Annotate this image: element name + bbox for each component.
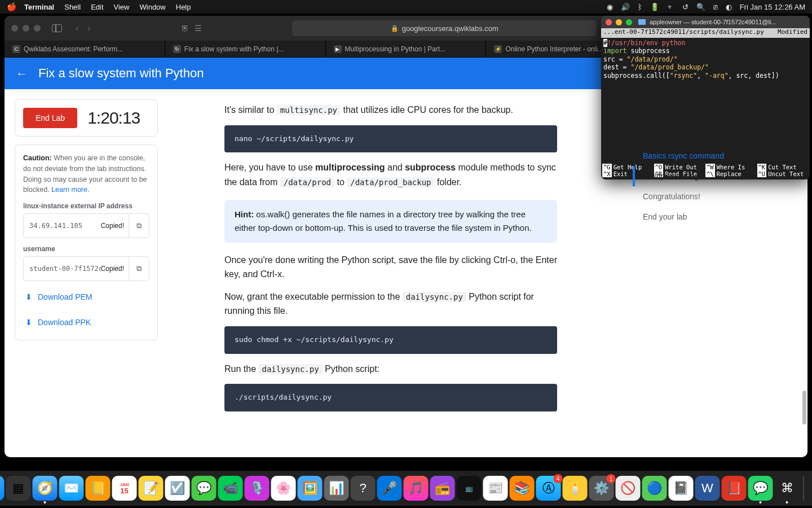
apple-menu-icon[interactable]: 🍎 <box>7 2 16 11</box>
battery-icon[interactable]: 🔋 <box>650 3 659 11</box>
dock-contacts[interactable]: 📒 <box>86 476 111 501</box>
dock-safari[interactable]: 🧭 <box>33 476 58 501</box>
forward-button[interactable]: › <box>87 23 90 33</box>
dock-whatsapp[interactable]: 💬 <box>748 476 773 501</box>
spotlight-icon[interactable]: 🔍 <box>696 3 705 11</box>
badge: 4 <box>554 474 563 483</box>
timemachine-icon[interactable]: ↺ <box>682 3 689 11</box>
copy-button[interactable]: ⧉ <box>129 257 149 281</box>
dock-music[interactable]: 🎵 <box>404 476 429 501</box>
scrollbar[interactable] <box>802 391 806 424</box>
volume-icon[interactable]: 🔊 <box>621 3 630 11</box>
folder-icon <box>638 19 646 25</box>
dock-appstore[interactable]: Ⓐ4 <box>536 476 561 501</box>
reader-icon[interactable]: ☰ <box>195 24 202 33</box>
dock-notes[interactable]: 📝 <box>139 476 164 501</box>
hint-box: Hint: os.walk() generates the file names… <box>224 200 557 243</box>
sidebar-toggle-icon[interactable] <box>52 24 62 32</box>
dock-photos[interactable]: 🌸 <box>271 476 296 501</box>
menu-help[interactable]: Help <box>176 3 191 11</box>
ip-value: 34.69.141.105 <box>24 221 101 231</box>
tab-fix-slow[interactable]: ↻Fix a slow system with Python |... <box>165 41 326 57</box>
learn-more-link[interactable]: Learn more. <box>51 186 89 194</box>
nav-item-end[interactable]: End your lab <box>633 207 796 227</box>
dock-app3[interactable]: 🔵 <box>642 476 667 501</box>
dock-onenote[interactable]: 📓 <box>669 476 694 501</box>
code-text: subprocess.call([ <box>603 72 670 80</box>
nav-item-multiprocessing[interactable]: Multiprocessing <box>633 166 796 186</box>
address-bar[interactable]: 🔒 googlecoursera.qwiklabs.com <box>292 20 597 36</box>
dock-app1[interactable]: 🕯️ <box>563 476 588 501</box>
menu-shell[interactable]: Shell <box>64 3 81 11</box>
copy-button[interactable]: ⧉ <box>129 214 149 238</box>
dock-preview[interactable]: 🖼️ <box>298 476 323 501</box>
dock-numbers[interactable]: 📊 <box>324 476 349 501</box>
dock-tv[interactable]: 📺 <box>457 476 482 501</box>
dock-help[interactable]: ? <box>351 476 376 501</box>
bluetooth-icon[interactable]: ᛒ <box>638 3 642 11</box>
dock-keynote[interactable]: 🎤 <box>377 476 402 501</box>
dock-launchpad[interactable]: ▦ <box>6 476 31 501</box>
dock-terminal[interactable]: ⌘ <box>775 476 800 501</box>
link-label: Download PEM <box>38 291 92 303</box>
key-label: Exit <box>614 170 628 177</box>
code-text: !/usr/bin/env python <box>607 39 685 47</box>
dock-podcasts[interactable]: 🎙️ <box>245 476 270 501</box>
dock-settings[interactable]: ⚙️1 <box>589 476 614 501</box>
tab-multiprocessing[interactable]: ▶Multiprocessing in Python | Part... <box>326 41 487 57</box>
zoom-icon[interactable] <box>626 19 632 25</box>
dock-finder[interactable]: 😀 <box>0 476 5 501</box>
menubar-app-name[interactable]: Terminal <box>24 3 54 11</box>
window-traffic-lights[interactable] <box>11 25 41 32</box>
text: to <box>334 177 347 187</box>
tab-qwiklabs[interactable]: CQwiklabs Assessment: Perform... <box>5 41 165 57</box>
nav-item-congrats[interactable]: Congratulations! <box>633 186 796 207</box>
page-back-button[interactable]: ← <box>16 67 27 80</box>
dock-books[interactable]: 📚 <box>510 476 535 501</box>
siri-icon[interactable]: ◐ <box>726 3 732 11</box>
dock-trash[interactable]: 🗑️ <box>808 476 813 501</box>
dock-reminders[interactable]: ☑️ <box>165 476 190 501</box>
code-inline: /data/prod <box>280 177 334 187</box>
menubar-clock[interactable]: Fri Jan 15 12:26 AM <box>740 3 805 11</box>
dock-word[interactable]: W <box>695 476 720 501</box>
dock-calendar[interactable]: JAN15 <box>112 476 137 501</box>
key: ^G <box>602 164 612 170</box>
menu-window[interactable]: Window <box>140 3 166 11</box>
download-pem-link[interactable]: ⬇Download PEM <box>23 288 149 306</box>
tab-label: Online Python Interpreter - onli... <box>505 45 603 53</box>
end-lab-button[interactable]: End Lab <box>23 108 77 128</box>
wifi-icon[interactable]: ᯤ <box>667 3 674 11</box>
download-ppk-link[interactable]: ⬇Download PPK <box>23 313 149 332</box>
ip-label: linux-instance external IP address <box>23 201 149 211</box>
nav-item-rsync[interactable]: Basics rsync command <box>633 146 796 166</box>
username-label: username <box>23 244 149 254</box>
left-panel: End Lab 1:20:13 Caution: When you are in… <box>5 89 168 457</box>
caution-label: Caution: <box>23 154 52 162</box>
dock-messages[interactable]: 💬 <box>192 476 217 501</box>
dock-news[interactable]: 📰 <box>483 476 508 501</box>
text: Run the <box>224 364 258 374</box>
copied-toast: Copied! <box>101 264 129 274</box>
file-path: ...ent-00-7f1572c49011/scripts/dailysync… <box>603 28 764 38</box>
back-button[interactable]: ‹ <box>76 23 78 33</box>
code-text: src = <box>603 55 627 63</box>
dock-facetime[interactable]: 📹 <box>218 476 243 501</box>
dock-mail[interactable]: ✉️ <box>59 476 84 501</box>
terminal-title: appleowner — student-00-7f1572c49011@li.… <box>650 19 776 25</box>
menu-view[interactable]: View <box>114 3 130 11</box>
shield-icon[interactable]: ⛨ <box>181 24 189 33</box>
dock-acrobat[interactable]: 📕 <box>722 476 747 501</box>
dock-app2[interactable]: 🚫 <box>616 476 641 501</box>
tab-label: Fix a slow system with Python |... <box>184 45 284 53</box>
menu-edit[interactable]: Edit <box>91 3 103 11</box>
control-center-icon[interactable]: ⎚ <box>713 3 718 11</box>
page-title: Fix a slow system with Python <box>38 66 204 81</box>
close-icon[interactable] <box>606 19 612 25</box>
minimize-icon[interactable] <box>616 19 622 25</box>
terminal-body[interactable]: #!/usr/bin/env python import subprocess … <box>601 38 810 163</box>
terminal-titlebar[interactable]: appleowner — student-00-7f1572c49011@li.… <box>601 16 810 28</box>
dock-podcasts2[interactable]: 📻 <box>430 476 455 501</box>
timer-value: 1:20:13 <box>87 108 140 128</box>
record-icon[interactable]: ◉ <box>607 3 613 11</box>
